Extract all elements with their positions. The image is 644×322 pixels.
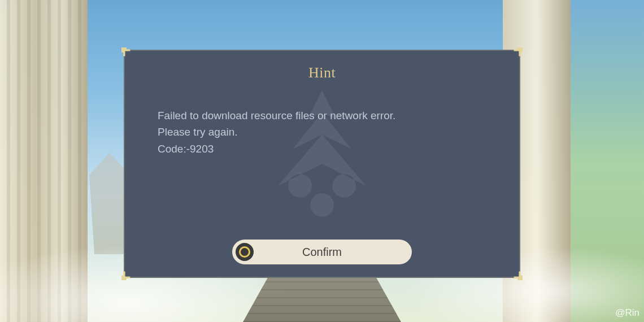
dialog-message: Failed to download resource files or net… xyxy=(158,107,486,157)
hint-dialog: Hint Failed to download resource files o… xyxy=(124,50,520,278)
dialog-message-line: Failed to download resource files or net… xyxy=(158,107,486,124)
confirm-button[interactable]: Confirm xyxy=(232,240,412,264)
screenshot-watermark: @Rin xyxy=(615,307,639,319)
corner-ornament-icon xyxy=(510,47,523,60)
dialog-message-line: Code:-9203 xyxy=(158,141,486,157)
corner-ornament-icon xyxy=(121,268,134,280)
corner-ornament-icon xyxy=(121,47,134,60)
dialog-title: Hint xyxy=(125,51,519,81)
confirm-button-label: Confirm xyxy=(232,246,412,259)
dialog-message-line: Please try again. xyxy=(158,124,486,140)
corner-ornament-icon xyxy=(510,268,523,280)
